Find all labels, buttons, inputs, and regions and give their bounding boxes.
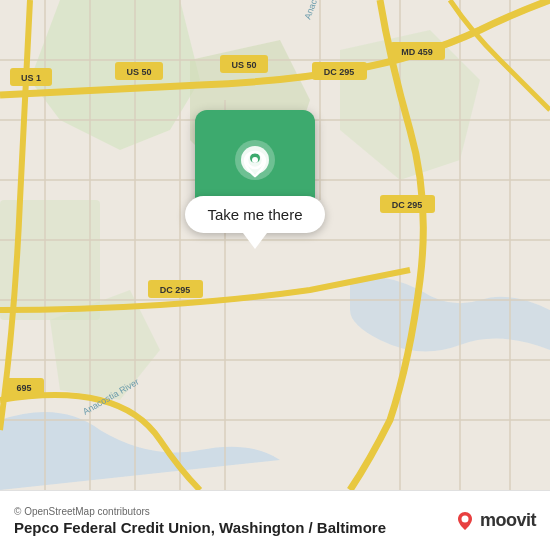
moovit-pin-icon bbox=[454, 510, 476, 532]
map-container: US 1 US 50 US 50 MD 459 DC 295 DC 295 DC… bbox=[0, 0, 550, 490]
svg-text:US 50: US 50 bbox=[126, 67, 151, 77]
svg-text:US 50: US 50 bbox=[231, 60, 256, 70]
svg-text:DC 295: DC 295 bbox=[324, 67, 355, 77]
popup-card bbox=[195, 110, 315, 210]
copyright-text: © OpenStreetMap contributors bbox=[14, 506, 386, 517]
bottom-left: © OpenStreetMap contributors Pepco Feder… bbox=[14, 506, 386, 536]
location-pin-icon bbox=[233, 138, 277, 182]
moovit-logo: moovit bbox=[454, 510, 536, 532]
place-name: Pepco Federal Credit Union, Washington /… bbox=[14, 519, 386, 536]
svg-text:DC 295: DC 295 bbox=[160, 285, 191, 295]
moovit-text: moovit bbox=[480, 510, 536, 531]
popup-overlay: Take me there bbox=[150, 110, 360, 249]
svg-text:MD 459: MD 459 bbox=[401, 47, 433, 57]
take-me-there-button[interactable]: Take me there bbox=[185, 196, 324, 233]
svg-point-45 bbox=[461, 515, 468, 522]
svg-text:DC 295: DC 295 bbox=[392, 200, 423, 210]
svg-text:US 1: US 1 bbox=[21, 73, 41, 83]
bottom-bar: © OpenStreetMap contributors Pepco Feder… bbox=[0, 490, 550, 550]
svg-point-44 bbox=[252, 157, 258, 163]
svg-text:695: 695 bbox=[16, 383, 31, 393]
popup-tail bbox=[243, 233, 267, 249]
bottom-right: moovit bbox=[454, 510, 536, 532]
